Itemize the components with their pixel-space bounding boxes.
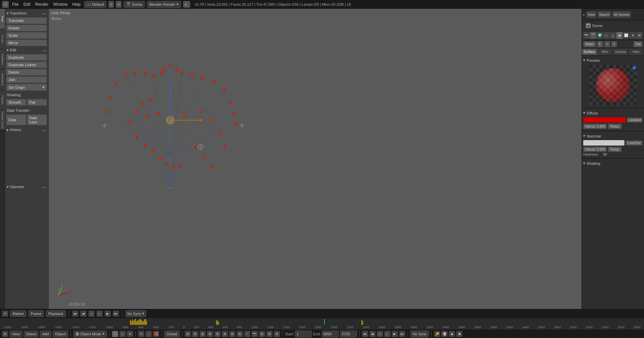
particles-icon[interactable]: ✦ — [630, 32, 636, 39]
playback-next-frame[interactable]: ▶ — [392, 331, 398, 337]
render-icon[interactable]: 📷 — [583, 32, 590, 39]
overlay-btn-1[interactable]: ⊞ — [185, 331, 191, 337]
playback-play-rev[interactable]: ◁ — [377, 331, 383, 337]
current-frame-input[interactable]: 3725 — [340, 331, 357, 337]
object-menu[interactable]: Object — [53, 331, 68, 337]
viewport-type-icon[interactable]: ⊞ — [2, 331, 8, 337]
duplicate-linked-btn[interactable]: Duplicate Linked — [6, 61, 47, 68]
tab-surface[interactable]: Surface — [582, 49, 597, 55]
menu-file[interactable]: File — [11, 2, 20, 7]
mirror-btn[interactable]: Mirror — [6, 40, 47, 46]
diffuse-intensity-field[interactable]: Intensi: 0.800 — [583, 124, 607, 129]
manipulator-btn[interactable]: ↔ — [146, 331, 152, 337]
overlay-btn-13[interactable]: ⊞ — [274, 331, 280, 337]
start-frame-input[interactable]: 1 — [295, 331, 312, 337]
specular-intensity-field[interactable]: Intensi: 0.500 — [583, 147, 607, 152]
scene-icon[interactable]: 🎬 — [590, 32, 596, 39]
object-icon[interactable]: □ — [603, 32, 610, 39]
select-menu[interactable]: Select — [24, 331, 39, 337]
overlay-btn-7[interactable]: ⊞ — [229, 331, 235, 337]
texture-icon[interactable]: ⬜ — [623, 32, 629, 39]
tab-halo[interactable]: Halo — [628, 49, 644, 55]
overlay-btn-8[interactable]: ⊞ — [237, 331, 243, 337]
mesh-icon[interactable]: △ — [610, 32, 616, 39]
timeline-type-icon[interactable]: ⏱ — [2, 311, 8, 317]
menu-render[interactable]: Render — [34, 2, 50, 7]
remove-screen-btn[interactable]: × — [116, 1, 121, 8]
overlay-btn-10[interactable]: 📷 — [252, 331, 258, 337]
overlay-btn-3[interactable]: ⊞ — [200, 331, 206, 337]
operator-section-header[interactable]: ▾ Operator — — [6, 184, 47, 190]
object-mode-dropdown[interactable]: Object Mode ▾ — [73, 331, 107, 337]
global-dropdown[interactable]: Global — [164, 331, 180, 337]
mat-add-btn[interactable]: + — [604, 41, 610, 47]
play-btn[interactable]: ▷ — [97, 311, 103, 317]
view-btn[interactable]: View — [586, 11, 596, 18]
diffuse-ramp-btn[interactable]: Ramp — [608, 124, 622, 129]
history-section-header[interactable]: ▸ History — — [6, 127, 47, 133]
overlay-btn-11[interactable]: ⊞ — [259, 331, 265, 337]
add-screen-btn[interactable]: + — [108, 1, 114, 8]
join-btn[interactable]: Join — [6, 76, 47, 83]
end-frame-input[interactable]: 6000 — [322, 331, 339, 337]
jump-start-btn[interactable]: ⏮ — [72, 311, 78, 317]
rendered-shading-btn[interactable]: ● — [127, 331, 133, 337]
snap-btn[interactable]: 🧲 — [153, 331, 159, 337]
jump-end-btn[interactable]: ⏭ — [113, 311, 119, 317]
duplicate-btn[interactable]: Duplicate — [6, 54, 47, 61]
menu-window[interactable]: Window — [52, 2, 69, 7]
blender-icon[interactable]: ⬡ — [2, 1, 9, 8]
view-menu[interactable]: View — [9, 331, 22, 337]
overlay-btn-9[interactable]: + — [244, 331, 250, 337]
overlay-btn-5[interactable]: ⊞ — [214, 331, 221, 337]
physics-tab[interactable]: Physics — [0, 90, 5, 110]
specular-ramp-btn[interactable]: Ramp — [608, 147, 622, 152]
scale-btn[interactable]: Scale — [6, 32, 47, 39]
animation-tab[interactable]: Animation — [0, 70, 5, 90]
data-layo-btn[interactable]: Data Layo — [27, 114, 47, 125]
solid-shading-btn[interactable]: □ — [112, 331, 118, 337]
transform-section-header[interactable]: ▾ Transform — — [6, 10, 47, 17]
tab-volume[interactable]: Volume — [613, 49, 628, 55]
overlay-btn-6[interactable]: ⊞ — [222, 331, 228, 337]
diffuse-color-swatch[interactable] — [583, 117, 626, 123]
overlay-btn-2[interactable]: ⊞ — [192, 331, 198, 337]
step-fwd-btn[interactable]: ▶ — [105, 311, 111, 317]
viewport[interactable]: User Persp Meters — [49, 9, 582, 309]
translate-btn[interactable]: Translate — [6, 17, 47, 24]
specular-type-dropdown[interactable]: CookTorr — [625, 140, 643, 146]
flat-btn[interactable]: Flat — [27, 99, 47, 106]
pivot-dropdown[interactable]: ⊙ — [138, 331, 144, 337]
tab-wire[interactable]: Wire — [597, 49, 613, 55]
edit-section-header[interactable]: ▾ Edit — — [6, 47, 47, 53]
playback-jump-end[interactable]: ⏭ — [399, 331, 405, 337]
grease-pencil-tab[interactable]: Grease Pencil — [0, 110, 5, 130]
no-sync-dropdown[interactable]: No Sync ▾ — [125, 310, 147, 317]
relations-tab[interactable]: Relations — [0, 49, 5, 70]
playback-jump-start[interactable]: ⏮ — [362, 331, 368, 337]
autokey-btn[interactable]: ⏺ — [456, 331, 462, 337]
material-icon[interactable]: ◆ — [616, 32, 623, 39]
material-shading-btn[interactable]: ◇ — [120, 331, 126, 337]
mat-dat-btn[interactable]: Dat — [633, 41, 643, 47]
create-tab[interactable]: Create — [0, 29, 5, 49]
specular-color-swatch[interactable] — [583, 140, 624, 146]
set-origin-dropdown[interactable]: Set Origin▾ — [6, 84, 47, 91]
smooth-btn[interactable]: Smooth — [6, 99, 26, 106]
marker-menu[interactable]: Marker — [10, 310, 26, 317]
rotate-btn[interactable]: Rotate — [6, 25, 47, 31]
overlay-btn-12[interactable]: ⊞ — [266, 331, 273, 337]
playback-menu[interactable]: Playback — [46, 310, 66, 317]
data-btn[interactable]: Data — [6, 114, 26, 125]
keying-btn[interactable]: 🔑 — [434, 331, 440, 337]
add-menu[interactable]: Add — [40, 331, 51, 337]
menu-edit[interactable]: Edit — [22, 2, 32, 7]
search-btn[interactable]: Search — [598, 11, 611, 18]
overlay-btn-4[interactable]: ⊞ — [207, 331, 213, 337]
view-layout-dropdown[interactable]: □□Default — [84, 1, 106, 8]
mat-f-btn[interactable]: F — [597, 41, 603, 47]
scene-dropdown[interactable]: 🎬Scene — [124, 1, 145, 8]
tools-tab[interactable]: Tools — [0, 9, 5, 29]
keyframe-btn[interactable]: ◆ — [449, 331, 455, 337]
sync-dropdown[interactable]: No Sync — [410, 331, 429, 337]
